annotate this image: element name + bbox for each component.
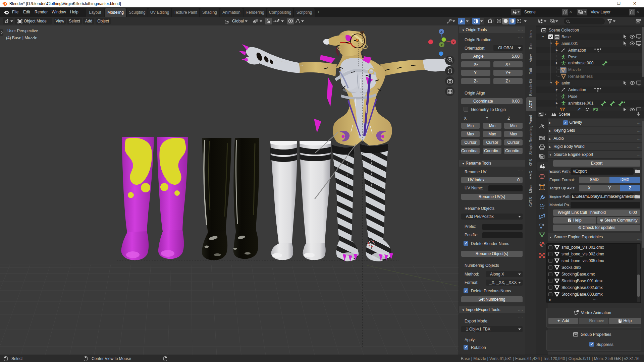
svg-text:Z: Z xyxy=(440,30,442,34)
svg-text:User Perspective: User Perspective xyxy=(7,28,38,33)
svg-text:(4) Base | Muzzle: (4) Base | Muzzle xyxy=(6,36,37,40)
svg-text:X: X xyxy=(452,40,455,44)
svg-text:Y: Y xyxy=(441,43,443,47)
